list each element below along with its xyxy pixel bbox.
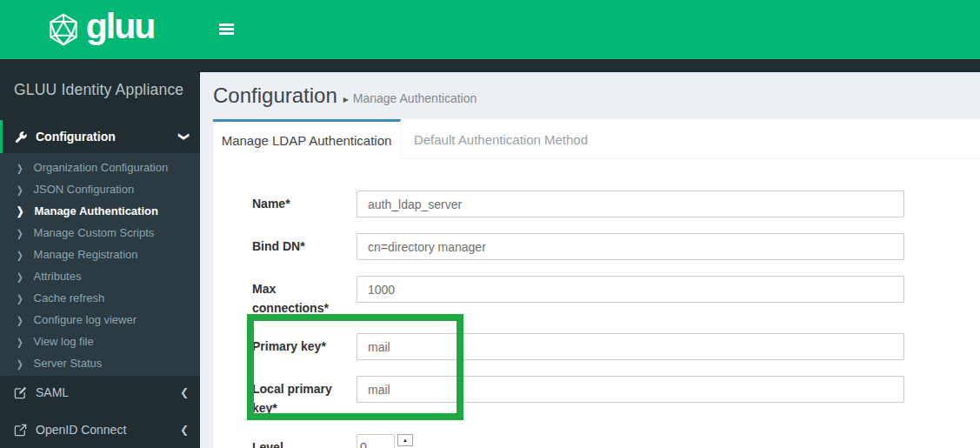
sidebar-item-configuration[interactable]: Configuration ❯ [0,120,200,153]
name-label: Name* [252,191,350,217]
chevron-right-icon: ❯ [17,249,23,260]
level-input[interactable] [357,434,395,448]
sidebar-item-view-log-file[interactable]: ❯ View log file [0,331,200,352]
chevron-right-icon: ❯ [17,205,23,217]
breadcrumb-arrow-icon: ▸ [343,93,349,105]
sidebar-item-manage-custom-scripts[interactable]: ❯ Manage Custom Scripts [0,222,200,244]
wrench-icon [13,130,28,144]
sidebar-item-label: Configure log viewer [34,313,137,326]
chevron-right-icon: ❯ [17,292,23,304]
sidebar-item-label: Attributes [34,270,82,283]
logo-text: gluu [86,9,155,51]
form-row-local-primary-key: Local primary key* [252,376,980,418]
sidebar-item-cache-refresh[interactable]: ❯ Cache refresh [0,287,200,309]
chevron-left-icon: ❮ [180,424,189,436]
tab-default-authentication-method[interactable]: Default Authentication Method [401,119,601,159]
sidebar-item-attributes[interactable]: ❯ Attributes [0,265,200,287]
chevron-right-icon: ❯ [17,358,23,369]
page-title: Configuration [213,84,337,107]
sidebar-item-server-status[interactable]: ❯ Server Status [0,352,200,374]
gluu-icosahedron-icon [46,12,81,47]
bind-dn-label: Bind DN* [252,233,350,260]
sidebar-item-label: SAML [36,385,69,399]
form-row-bind-dn: Bind DN* [252,233,980,260]
name-input[interactable] [357,191,904,217]
spinner-up-button[interactable]: ▲ [397,434,413,447]
chevron-right-icon: ❯ [17,336,23,347]
primary-key-input[interactable] [357,333,904,360]
app-title: GLUU Identity Appliance [0,59,200,120]
sidebar-item-json-configuration[interactable]: ❯ JSON Configuration [0,178,200,200]
edit-icon [13,386,28,399]
configuration-submenu: ❯ Organization Configuration ❯ JSON Conf… [0,153,200,376]
form-row-level: Level ▲ ▼ [252,434,980,448]
chevron-left-icon: ❮ [180,386,189,398]
sidebar-item-organization-configuration[interactable]: ❯ Organization Configuration [0,157,200,178]
external-link-icon [13,424,28,437]
bind-dn-input[interactable] [357,233,904,260]
tab-bar: Manage LDAP Authentication Default Authe… [213,119,980,159]
level-label: Level [252,434,350,448]
local-primary-key-input[interactable] [357,376,904,403]
sidebar-item-label: OpenID Connect [36,423,126,437]
breadcrumb-current: Manage Authentication [353,91,477,105]
sidebar-item-label: Manage Registration [34,248,138,261]
sidebar-item-label: Server Status [34,357,103,370]
chevron-right-icon: ❯ [17,184,23,195]
tab-panel: Manage LDAP Authentication Default Authe… [213,119,980,448]
primary-key-label: Primary key* [252,333,350,360]
max-connections-label: Max connections* [252,276,350,318]
breadcrumb: Configuration▸Manage Authentication [213,83,980,110]
sidebar-item-openid-connect[interactable]: OpenID Connect ❮ [0,415,200,445]
tab-manage-ldap-authentication[interactable]: Manage LDAP Authentication [213,119,401,159]
sidebar-item-label: Cache refresh [34,291,105,304]
ldap-authentication-form: Name* Bind DN* Max connections* Primary … [213,159,980,448]
content-top-strip [200,59,980,72]
max-connections-input[interactable] [357,276,904,303]
sidebar-item-label: Organization Configuration [34,161,169,174]
level-spinner: ▲ ▼ [397,434,413,448]
chevron-down-icon: ❯ [178,132,190,141]
sidebar-item-saml[interactable]: SAML ❮ [0,378,200,407]
local-primary-key-label: Local primary key* [252,376,350,418]
sidebar-item-manage-authentication[interactable]: ❯ Manage Authentication [0,200,200,222]
sidebar-item-manage-registration[interactable]: ❯ Manage Registration [0,244,200,265]
sidebar-item-label: Configuration [36,130,116,144]
top-navbar: gluu [0,0,980,59]
form-row-name: Name* [252,191,980,217]
sidebar-item-label: JSON Configuration [34,183,135,196]
sidebar-item-configure-log-viewer[interactable]: ❯ Configure log viewer [0,309,200,331]
chevron-right-icon: ❯ [17,227,23,238]
sidebar-item-label: Manage Custom Scripts [34,226,155,239]
sidebar-item-label: Manage Authentication [34,204,158,217]
form-row-max-connections: Max connections* [252,276,980,318]
sidebar-item-label: View log file [34,335,94,348]
sidebar: GLUU Identity Appliance Configuration ❯ … [0,59,200,448]
main-content: Configuration▸Manage Authentication Mana… [200,59,980,448]
chevron-right-icon: ❯ [17,314,23,325]
form-row-primary-key: Primary key* [252,333,980,360]
chevron-right-icon: ❯ [17,271,23,282]
chevron-right-icon: ❯ [17,162,23,173]
gluu-logo[interactable]: gluu [0,0,200,59]
sidebar-toggle-hamburger-icon[interactable] [219,23,234,35]
